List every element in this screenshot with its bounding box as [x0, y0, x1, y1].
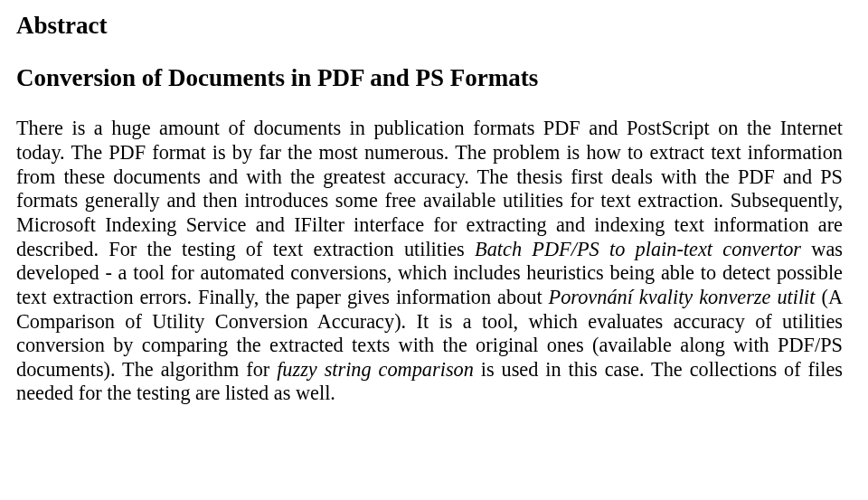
abstract-heading: Abstract	[16, 13, 843, 40]
paper-page: Abstract Conversion of Documents in PDF …	[0, 0, 868, 444]
term-italic: fuzzy string comparison	[277, 358, 474, 381]
tool-name-italic: Porovnání kvality konverze utilit	[549, 286, 816, 308]
tool-name-italic: Batch PDF/PS to plain-text convertor	[475, 238, 801, 260]
abstract-body: There is a huge amount of documents in p…	[16, 117, 843, 406]
paper-title: Conversion of Documents in PDF and PS Fo…	[16, 65, 843, 92]
